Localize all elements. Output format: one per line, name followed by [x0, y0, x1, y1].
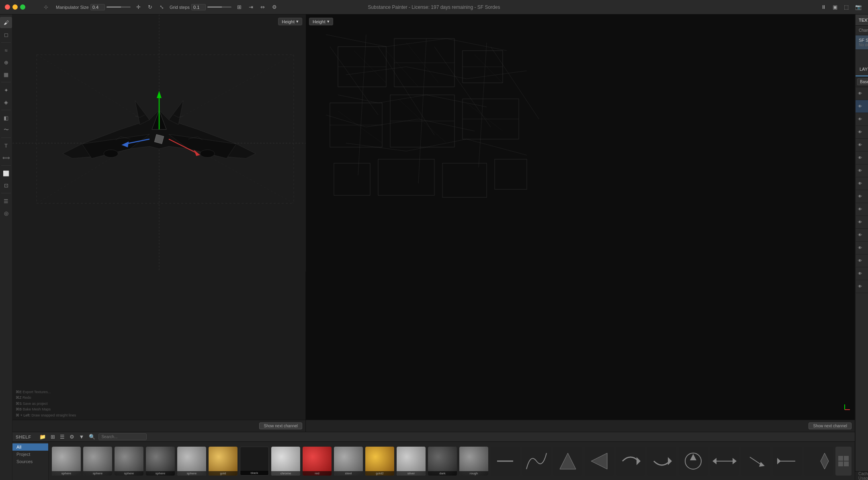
shelf-filter2-icon[interactable]: ▼	[78, 433, 86, 441]
shelf-nav-project[interactable]: Project	[12, 451, 48, 458]
shelf-grid-icon[interactable]: ⊞	[49, 433, 57, 441]
layer-visibility-emissive[interactable]: 👁	[857, 258, 863, 264]
viewport-uv[interactable]: Height ▾	[306, 14, 855, 432]
layer-visibility-dust[interactable]: 👁	[857, 91, 863, 96]
texture-set-item-sf-sordes[interactable]: SF Sordes Main shader No description	[856, 35, 868, 50]
list-item[interactable]: silver	[397, 447, 426, 476]
layer-visibility-matfinish-raw[interactable]: 👁	[857, 129, 863, 135]
rotate-icon[interactable]: ↻	[146, 3, 154, 11]
layer-item-steel-painted-g[interactable]: 👁 Steel Painted (G... Norm 100	[856, 203, 868, 216]
scale-icon[interactable]: ⤡	[158, 3, 166, 11]
shelf-folder-icon[interactable]: 📁	[38, 433, 47, 441]
color-picker-icon[interactable]: ✦	[0, 84, 12, 96]
pause-icon[interactable]: ⏸	[819, 3, 828, 11]
layer-item-dust-2[interactable]: 👁 dust Norm 100	[856, 113, 868, 126]
fill-icon[interactable]: ▦	[0, 69, 12, 80]
layer-icon[interactable]: ☰	[0, 195, 12, 207]
layer-item-steel-painted-y[interactable]: 👁 Steel Painted (Y... Norm 100	[856, 229, 868, 242]
mirror-icon[interactable]: ⇔	[259, 3, 266, 11]
layer-visibility-paint[interactable]: 👁	[857, 168, 863, 174]
grid-icon[interactable]: ⊞	[235, 3, 243, 11]
shelf-nav-all[interactable]: All	[12, 443, 48, 451]
shelf-search-icon[interactable]: 🔍	[87, 433, 97, 441]
shelf-list-icon[interactable]: ☰	[58, 433, 66, 441]
polygon-fill-icon[interactable]: ◧	[0, 112, 12, 123]
minimize-button[interactable]	[12, 4, 18, 10]
layer-visibility-decals[interactable]: 👁	[857, 155, 863, 161]
list-item[interactable]: dark	[428, 447, 457, 476]
layer-item-plastic-glossy[interactable]: 👁 Plastic Glossy St... Norm 100	[856, 242, 868, 254]
clone-icon[interactable]: ⊕	[0, 57, 12, 68]
layer-item-dust-copy-1[interactable]: 👁 dust copy 1 Norm 100	[856, 100, 868, 113]
layer-item-black-for-holes[interactable]: 👁 Black for Holes Norm 100	[856, 280, 868, 293]
layer-item-oil[interactable]: 👁 Oil Norm 100	[856, 139, 868, 152]
show-next-channel-uv[interactable]: Show next channel	[809, 423, 852, 429]
layer-item-copper[interactable]: 👁 Copper Norm 100	[856, 190, 868, 203]
list-item[interactable]: red	[303, 447, 332, 476]
list-item[interactable]	[835, 447, 852, 476]
shelf-search-input[interactable]	[98, 433, 147, 440]
tab-layers[interactable]: LAYERS ✕	[856, 63, 868, 76]
paint-brush-icon[interactable]: 🖌	[0, 17, 12, 28]
layer-visibility-black-for-holes[interactable]: 👁	[857, 284, 863, 289]
layer-visibility-dust-2[interactable]: 👁	[857, 117, 863, 122]
viewport3d-icon[interactable]: ⬚	[842, 3, 850, 11]
list-item[interactable]: rough	[459, 447, 488, 476]
text-icon[interactable]: T	[0, 140, 12, 151]
smudge-icon[interactable]: ≈	[0, 45, 12, 56]
material-icon[interactable]: ◎	[0, 207, 12, 219]
list-item[interactable]: steel	[334, 447, 363, 476]
list-item[interactable]	[553, 447, 582, 476]
layer-item-decals[interactable]: 👁 Decals Norm 100	[856, 152, 868, 164]
list-item[interactable]	[741, 447, 770, 476]
layer-item-emissive[interactable]: 👁 Emissive Norm 100	[856, 254, 868, 267]
layer-visibility-oil[interactable]: 👁	[857, 142, 863, 148]
list-item[interactable]	[616, 447, 645, 476]
list-item[interactable]	[491, 447, 520, 476]
list-item[interactable]	[647, 447, 676, 476]
layer-visibility-paint-yellow[interactable]: 👁	[857, 181, 863, 187]
layer-item-engine[interactable]: 👁 Engine Norm 100	[856, 267, 868, 280]
list-item[interactable]	[679, 447, 708, 476]
list-item[interactable]: black	[240, 447, 269, 476]
viewport-3d[interactable]: Height ▾	[12, 14, 306, 432]
list-item[interactable]: gold	[209, 447, 237, 476]
settings-icon[interactable]: ⚙	[270, 3, 278, 11]
manipulator-slider[interactable]	[106, 6, 131, 8]
maximize-button[interactable]	[20, 4, 25, 10]
grid-slider[interactable]	[207, 6, 231, 8]
list-item[interactable]: sphere	[115, 447, 143, 476]
layer-visibility-engine[interactable]: 👁	[857, 271, 863, 277]
camera-icon[interactable]: 📷	[854, 3, 863, 11]
list-item[interactable]	[804, 447, 833, 476]
geometry-paint-icon[interactable]: ◈	[0, 96, 12, 108]
channel-dropdown-3d[interactable]: Height ▾	[278, 18, 302, 25]
snap-icon[interactable]: ⇥	[247, 3, 255, 11]
move-icon[interactable]: ✛	[135, 3, 142, 11]
layer-visibility-steel-painted-d[interactable]: 👁	[857, 219, 863, 225]
list-item[interactable]: chrome	[271, 447, 300, 476]
layer-visibility-steel-painted-g[interactable]: 👁	[857, 207, 863, 212]
shelf-nav-sources[interactable]: Sources	[12, 458, 48, 465]
channel-dropdown-uv[interactable]: Height ▾	[309, 18, 333, 25]
list-item[interactable]: sphere	[146, 447, 175, 476]
list-item[interactable]	[522, 447, 551, 476]
layer-item-paint-yellow[interactable]: 👁 Paint (Yellow) Norm 100	[856, 177, 868, 190]
list-item[interactable]: sphere	[177, 447, 206, 476]
manipulator-size-input[interactable]	[90, 4, 105, 10]
list-item[interactable]: gold2	[365, 447, 394, 476]
select-tool-icon[interactable]: ⊹	[40, 2, 52, 13]
transform-icon[interactable]: ⊡	[0, 180, 12, 191]
layer-item-steel-painted-d[interactable]: 👁 Steel Painted (D... Norm 100	[856, 216, 868, 229]
selection-icon[interactable]: ⬜	[0, 168, 12, 179]
window-controls[interactable]	[5, 4, 25, 10]
layer-item-paint[interactable]: 👁 Paint Norm 100	[856, 164, 868, 177]
list-item[interactable]	[710, 447, 739, 476]
list-item[interactable]: sphere	[52, 447, 81, 476]
layer-visibility-plastic-glossy[interactable]: 👁	[857, 245, 863, 251]
eraser-icon[interactable]: ◻	[0, 29, 12, 40]
layer-item-dust[interactable]: 👁 dust Norm 100	[856, 87, 868, 100]
list-item[interactable]	[773, 447, 802, 476]
viewport2d-icon[interactable]: ▣	[831, 3, 839, 11]
show-next-channel-3d[interactable]: Show next channel	[259, 423, 302, 429]
